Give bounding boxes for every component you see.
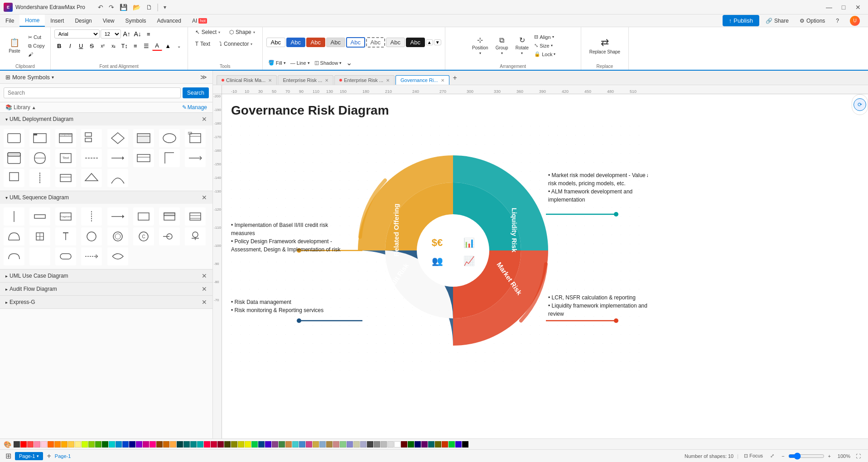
color-swatch[interactable] — [360, 441, 366, 448]
color-swatch[interactable] — [75, 441, 81, 448]
menu-home[interactable]: Home — [19, 14, 45, 27]
zoom-in-btn[interactable]: + — [826, 453, 833, 459]
color-swatch[interactable] — [48, 441, 54, 448]
shape-item[interactable] — [29, 169, 50, 187]
tab-governance[interactable]: Governance Ri... ✕ — [395, 75, 449, 85]
color-swatch[interactable] — [82, 441, 88, 448]
menu-design[interactable]: Design — [69, 14, 97, 27]
shape-item[interactable] — [81, 227, 102, 245]
text-button[interactable]: T Text — [192, 39, 214, 49]
new-btn[interactable]: 🗋 — [144, 3, 154, 12]
color-swatch[interactable] — [326, 441, 333, 448]
color-swatch[interactable] — [14, 441, 20, 448]
maximize-btn[interactable]: □ — [837, 3, 850, 12]
shape-item[interactable] — [4, 169, 24, 187]
shape-item[interactable] — [55, 227, 76, 245]
style-swatch-2[interactable]: Abc — [306, 38, 325, 47]
color-swatch[interactable] — [347, 441, 353, 448]
color-swatch[interactable] — [442, 441, 448, 448]
color-swatch[interactable] — [448, 441, 455, 448]
search-input[interactable] — [4, 87, 181, 98]
panel-collapse-btn[interactable]: ≫ — [200, 73, 207, 81]
style-swatch-4[interactable]: Abc — [346, 37, 365, 48]
color-swatch[interactable] — [421, 441, 428, 448]
shape-item[interactable] — [81, 169, 102, 187]
options-button[interactable]: ⚙ Options — [795, 16, 829, 26]
style-swatch-0[interactable]: Abc — [266, 38, 285, 47]
tab-close-enterprise2[interactable]: ✕ — [386, 78, 390, 83]
shape-item[interactable]: Fragment — [55, 207, 76, 226]
color-swatch[interactable] — [258, 441, 265, 448]
shape-item[interactable] — [159, 207, 180, 226]
style-scroll-down[interactable]: ▼ — [434, 39, 441, 45]
shape-item[interactable] — [4, 227, 24, 245]
shape-item[interactable] — [107, 207, 128, 226]
color-swatch[interactable] — [313, 441, 319, 448]
menu-ai[interactable]: AI hot — [187, 14, 212, 27]
help-button[interactable]: ? — [831, 16, 844, 26]
shape-item[interactable]: Text — [55, 149, 76, 167]
shape-item[interactable] — [107, 169, 128, 187]
menu-insert[interactable]: Insert — [45, 14, 69, 27]
shape-item[interactable] — [107, 247, 128, 265]
color-swatch[interactable] — [319, 441, 326, 448]
color-swatch[interactable] — [116, 441, 122, 448]
line-button[interactable]: — Line ▾ — [289, 58, 312, 68]
layout-toggle-btn[interactable]: ⊞ — [5, 452, 11, 460]
color-swatch[interactable] — [183, 441, 190, 448]
color-swatch[interactable] — [177, 441, 183, 448]
shape-item[interactable] — [4, 247, 24, 265]
tab-enterprise2[interactable]: Enterprise Risk ... ✕ — [334, 75, 395, 85]
color-swatch[interactable] — [204, 441, 210, 448]
position-button[interactable]: ⊹ Position ▾ — [468, 34, 492, 57]
more-btn[interactable]: ▾ — [162, 3, 168, 11]
shape-button[interactable]: ⬡ Shape ▾ — [226, 27, 259, 37]
shape-item[interactable] — [159, 149, 180, 167]
connector-button[interactable]: ⤵ Connector ▾ — [216, 39, 256, 49]
bold-button[interactable]: B — [54, 41, 64, 51]
color-swatch[interactable] — [408, 441, 414, 448]
color-swatch[interactable] — [88, 441, 95, 448]
color-swatch[interactable] — [95, 441, 101, 448]
line-spacing-btn[interactable]: ≡ — [130, 41, 140, 51]
color-swatch[interactable] — [333, 441, 339, 448]
color-swatch[interactable] — [285, 441, 292, 448]
align-btn[interactable]: ≡ — [144, 29, 154, 39]
color-swatch[interactable] — [238, 441, 244, 448]
minimize-btn[interactable]: — — [823, 3, 835, 12]
tab-enterprise1[interactable]: Enterprise Risk ... ✕ — [278, 75, 333, 85]
bullets-btn[interactable]: ☰ — [141, 41, 151, 51]
color-swatch[interactable] — [41, 441, 47, 448]
zoom-out-btn[interactable]: − — [780, 453, 786, 459]
style-swatch-3[interactable]: Abc — [326, 38, 345, 47]
color-swatch[interactable] — [61, 441, 68, 448]
shape-item[interactable] — [185, 227, 206, 245]
shape-item[interactable] — [29, 227, 50, 245]
color-swatch[interactable] — [415, 441, 421, 448]
font-size-select[interactable]: 12 — [101, 29, 121, 38]
zoom-slider[interactable] — [788, 452, 825, 460]
color-swatch[interactable] — [251, 441, 258, 448]
tab-close-clinical[interactable]: ✕ — [268, 78, 272, 83]
shape-item[interactable] — [159, 227, 180, 245]
shape-item[interactable] — [133, 149, 154, 167]
select-button[interactable]: ↖ Select ▾ — [192, 27, 224, 37]
font-color-btn[interactable]: A — [152, 41, 162, 51]
fill-button[interactable]: 🪣 Fill ▾ — [266, 58, 288, 68]
color-swatch[interactable] — [27, 441, 34, 448]
shape-item[interactable] — [81, 247, 102, 265]
shape-item[interactable] — [29, 247, 50, 265]
increase-font-btn[interactable]: A↑ — [122, 29, 132, 39]
shape-item[interactable] — [55, 169, 76, 187]
shape-item[interactable] — [4, 207, 24, 226]
color-swatch[interactable] — [102, 441, 108, 448]
replace-shape-button[interactable]: ⇄ Replace Shape — [585, 35, 625, 56]
uml-sequence-header[interactable]: ▾ UML Sequence Diagram ✕ — [0, 191, 212, 204]
tab-close-enterprise1[interactable]: ✕ — [325, 78, 328, 83]
styles-expand-btn[interactable]: ⌄ — [344, 58, 354, 68]
style-scroll-up[interactable]: ▲ — [426, 39, 433, 45]
color-swatch[interactable] — [197, 441, 203, 448]
color-swatch[interactable] — [462, 441, 468, 448]
fit-btn[interactable]: ⊡ Focus — [742, 453, 765, 459]
strikethrough-button[interactable]: S — [87, 41, 97, 51]
